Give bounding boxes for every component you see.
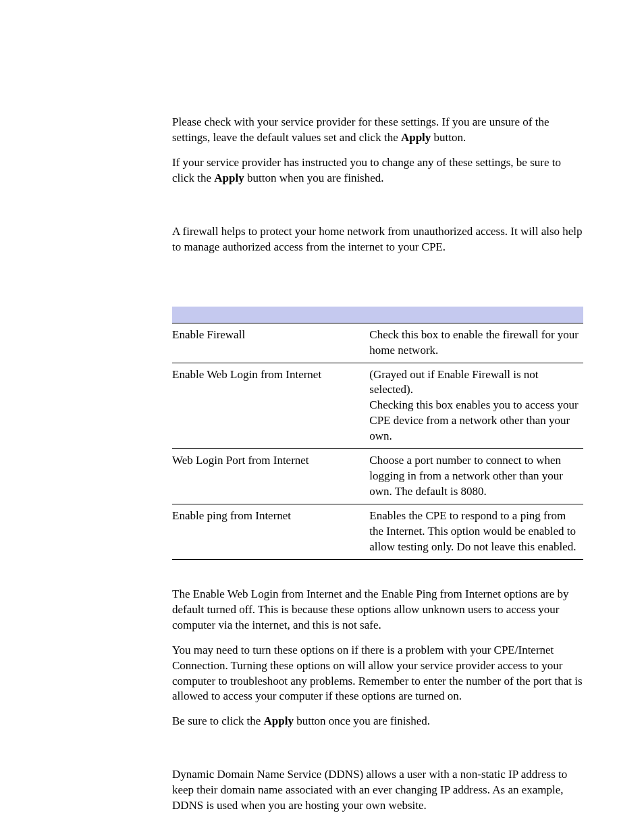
field-name: Enable Web Login from Internet xyxy=(172,363,369,449)
document-page: Please check with your service provider … xyxy=(0,0,644,834)
firewall-settings-table: Enable Firewall Check this box to enable… xyxy=(172,307,583,560)
after-paragraph-1: The Enable Web Login from Internet and t… xyxy=(172,587,583,633)
text: button when you are finished. xyxy=(244,172,384,184)
after-paragraph-3: Be sure to click the Apply button once y… xyxy=(172,714,583,729)
intro-paragraph-1: Please check with your service provider … xyxy=(172,115,583,146)
ddns-paragraph: Dynamic Domain Name Service (DDNS) allow… xyxy=(172,767,583,814)
field-desc: Choose a port number to connect to when … xyxy=(369,449,583,504)
field-desc: Check this box to enable the firewall fo… xyxy=(369,323,583,363)
table-header-field xyxy=(172,307,369,323)
table-row: Web Login Port from Internet Choose a po… xyxy=(172,449,583,504)
table-header-desc xyxy=(369,307,583,323)
field-name: Enable ping from Internet xyxy=(172,504,369,560)
desc-line: (Grayed out if Enable Firewall is not se… xyxy=(369,367,581,398)
spacer xyxy=(172,265,583,307)
field-name: Enable Firewall xyxy=(172,323,369,363)
text: button. xyxy=(431,131,466,144)
apply-bold: Apply xyxy=(264,714,294,727)
field-name: Web Login Port from Internet xyxy=(172,449,369,504)
spacer xyxy=(172,739,583,767)
text: Be sure to click the xyxy=(172,714,264,727)
after-paragraph-2: You may need to turn these options on if… xyxy=(172,643,583,705)
field-desc: Enables the CPE to respond to a ping fro… xyxy=(369,504,583,560)
desc-line: Checking this box enables you to access … xyxy=(369,398,581,444)
table-header-row xyxy=(172,307,583,323)
text: Please check with your service provider … xyxy=(172,115,549,144)
table-row: Enable Web Login from Internet (Grayed o… xyxy=(172,363,583,449)
spacer xyxy=(172,196,583,224)
table-row: Enable ping from Internet Enables the CP… xyxy=(172,504,583,560)
intro-paragraph-2: If your service provider has instructed … xyxy=(172,155,583,186)
field-desc: (Grayed out if Enable Firewall is not se… xyxy=(369,363,583,449)
apply-bold: Apply xyxy=(214,172,244,184)
apply-bold: Apply xyxy=(401,131,431,144)
text: button once you are finished. xyxy=(294,714,430,727)
table-row: Enable Firewall Check this box to enable… xyxy=(172,323,583,363)
firewall-intro-paragraph: A firewall helps to protect your home ne… xyxy=(172,224,583,255)
